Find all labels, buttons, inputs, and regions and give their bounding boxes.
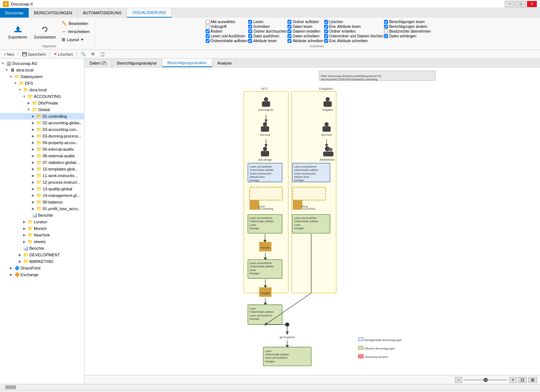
- diagram-area[interactable]: Pfad: \\docusnap.AG\dsra.local\Dateisyst…: [84, 67, 540, 375]
- zoom-fit-button[interactable]: ⊡: [518, 377, 527, 383]
- expand-91[interactable]: ▶: [31, 206, 35, 211]
- expand-01-controlling[interactable]: ▶: [31, 114, 35, 118]
- cb-loeschen[interactable]: Löschen: [324, 20, 383, 24]
- tree-item-91-profit[interactable]: ▶ 📁 91-profit_loss_acco...: [0, 205, 84, 212]
- tree-item-05-internal[interactable]: ▶ 📁 05-internal-audits: [0, 146, 84, 153]
- tree-item-accounting[interactable]: ▼ 📁 ACCOUNTING: [0, 93, 84, 100]
- expand-05[interactable]: ▶: [31, 147, 35, 151]
- cb-vollzugriff[interactable]: Vollzugriff: [206, 25, 248, 29]
- tree-item-dfs[interactable]: ▼ 📁 DFS: [0, 80, 84, 87]
- cb-schreiben[interactable]: Schreiben: [248, 25, 287, 29]
- tree-item-global[interactable]: ▼ 📁 Global: [0, 106, 84, 113]
- expand-sharepoint[interactable]: ▶: [9, 266, 13, 270]
- h-scrollbar[interactable]: [0, 384, 540, 390]
- layout-button[interactable]: ⊞ Layout ▼: [60, 36, 92, 43]
- tree-item-10-templates[interactable]: ▶ 📁 10-templates-glob...: [0, 166, 84, 172]
- tree-item-newyork[interactable]: ▶ 📁 NewYork: [0, 232, 84, 238]
- bearbeiten-button[interactable]: ✏️ Bearbeiten: [60, 20, 92, 27]
- cb-besitzrechte[interactable]: Besitzrechte übernehmen: [384, 29, 431, 33]
- minimize-button[interactable]: −: [505, 1, 515, 7]
- expand-newyork[interactable]: ▶: [22, 233, 26, 237]
- expand-06[interactable]: ▶: [31, 154, 35, 158]
- expand-13[interactable]: ▶: [31, 187, 35, 191]
- expand-dfs[interactable]: ▼: [13, 81, 18, 85]
- expand-12[interactable]: ▶: [31, 180, 35, 184]
- expand-90[interactable]: ▶: [31, 200, 35, 204]
- tree-item-90-balance[interactable]: ▶ 📁 90-balance: [0, 199, 84, 205]
- tab-berechtigungen[interactable]: BERECHTIGUNGEN: [29, 8, 78, 18]
- verschieben-button[interactable]: ↔️ Verschieben: [60, 28, 92, 35]
- restore-button[interactable]: □: [516, 1, 526, 7]
- zoom-minus-button[interactable]: −: [455, 377, 462, 383]
- expand-marketing[interactable]: ▶: [18, 259, 22, 264]
- tree-item-berichte-dfs[interactable]: ▶ 📊 Berichte: [0, 245, 84, 252]
- expand-02[interactable]: ▶: [31, 121, 35, 125]
- tree-item-exchange[interactable]: ▶ 🔶 Exchange: [0, 271, 84, 278]
- expand-07[interactable]: ▶: [31, 160, 35, 165]
- tree-item-07-statistics[interactable]: ▶ 📁 07-statistics-global...: [0, 159, 84, 166]
- cb-ordner-auflisten[interactable]: Ordner auflisten: [287, 20, 323, 24]
- expand-03b[interactable]: ▶: [31, 134, 35, 138]
- tree-item-01-controlling[interactable]: ▶ 📂 01-controlling: [0, 113, 84, 120]
- expand-accounting[interactable]: ▼: [22, 94, 26, 99]
- tab-docusnap[interactable]: Docusnap: [0, 8, 29, 18]
- tree-item-berichte-accounting[interactable]: ▶ 📊 Berichte: [0, 212, 84, 219]
- zoom-handle[interactable]: [483, 378, 488, 382]
- clipboard-button[interactable]: 📋: [98, 51, 106, 57]
- search-button[interactable]: 🔍: [79, 51, 87, 57]
- tree-item-dsra-local2[interactable]: ▼ 📁 dsra.local: [0, 87, 84, 93]
- tab-daten[interactable]: Daten (7): [84, 59, 112, 67]
- tab-visualisierung[interactable]: VISUALISIERUNG: [127, 8, 171, 18]
- cb-dateien-erstellen[interactable]: Dateien erstellen: [287, 29, 323, 33]
- cb-unterordner-dateien[interactable]: Unterordner und Dateien löschen: [324, 34, 383, 38]
- cb-attribute-lesen[interactable]: Attribute lesen: [248, 39, 287, 43]
- expand-munich[interactable]: ▶: [22, 226, 26, 231]
- tree-item-marketing[interactable]: ▶ 📁 MARKETING: [0, 258, 84, 265]
- close-button[interactable]: ✕: [527, 1, 537, 7]
- speichern-button[interactable]: 💾 Speichern: [21, 51, 48, 57]
- expand-11[interactable]: ▶: [31, 173, 35, 178]
- cb-datei-ausfuehren[interactable]: Datei ausführen: [248, 34, 287, 38]
- tree-item-docusnap-ag[interactable]: ▼ 🏢 Docusnap AG: [0, 60, 84, 67]
- tree-item-london[interactable]: ▶ 📁 London: [0, 219, 84, 225]
- exportieren-button[interactable]: Exportieren: [6, 22, 30, 41]
- expand-global[interactable]: ▼: [26, 107, 31, 112]
- expand-development[interactable]: ▶: [18, 253, 22, 257]
- settings-button[interactable]: ⚙: [90, 51, 96, 57]
- loeschen-button[interactable]: ✕ Löschen: [52, 51, 75, 57]
- cb-alle-auswaehlen[interactable]: Alle auswählen: [206, 20, 248, 24]
- expand-03a[interactable]: ▶: [31, 127, 35, 132]
- cb-daten-schreiben[interactable]: Daten schreiben: [287, 34, 323, 38]
- cb-lesen-ausfuehren[interactable]: Lesen und Ausführen: [206, 34, 248, 38]
- tab-berechtigungsanalyse[interactable]: Berechtigungsanalyse: [112, 59, 162, 67]
- tab-automatisierung[interactable]: AUTOMATISIERUNG: [77, 8, 127, 18]
- tree-item-14-management[interactable]: ▶ 📁 14-management-gl...: [0, 192, 84, 199]
- cb-daten-lesen[interactable]: Daten lesen: [287, 25, 323, 29]
- tree-item-dfsrprivate[interactable]: ▶ 📁 DfsrPrivate: [0, 100, 84, 106]
- tree-item-12-process[interactable]: ▶ 📁 12-process-instruct...: [0, 179, 84, 186]
- cb-lesen[interactable]: Lesen: [248, 20, 287, 24]
- expand-dfsrprivate[interactable]: ▶: [26, 101, 31, 105]
- cb-berechtigungen-aendern[interactable]: Berechtigungen ändern: [384, 25, 431, 29]
- expand-exchange[interactable]: ▶: [9, 272, 13, 277]
- zoom-reset-button[interactable]: ⊞: [528, 377, 537, 383]
- expand-docusnap-ag[interactable]: ▼: [1, 61, 5, 66]
- expand-14[interactable]: ▶: [31, 193, 35, 198]
- expand-04[interactable]: ▶: [31, 140, 35, 145]
- cb-ordner-erstellen[interactable]: Ordner erstellen: [324, 29, 383, 33]
- tree-item-04-property[interactable]: ▶ 📁 04-property-accou...: [0, 139, 84, 146]
- tree-item-munich[interactable]: ▶ 📁 Munich: [0, 225, 84, 232]
- cb-ordnerinhalte[interactable]: Ordnerinhalte auflisten: [206, 39, 248, 43]
- tree-item-dsra-local[interactable]: ▼ 🖥 dsra.local: [0, 67, 84, 73]
- tree-item-11-work[interactable]: ▶ 📁 11-work-instructio...: [0, 172, 84, 179]
- cb-erw-attribute-schreiben[interactable]: Erw. Attribute schreiben: [324, 39, 383, 43]
- tab-berechtigungsstruktur[interactable]: Berechtigungsstruktur: [162, 59, 212, 67]
- tree-item-sharepoint[interactable]: ▶ 🔷 SharePoint: [0, 265, 84, 271]
- h-scroll-thumb[interactable]: [5, 385, 16, 389]
- expand-sheets[interactable]: ▶: [22, 239, 26, 244]
- cb-erw-attribute-lesen[interactable]: Erw. Attribute lesen: [324, 25, 383, 29]
- tree-item-06-external[interactable]: ▶ 📁 06-external-audits: [0, 153, 84, 159]
- expand-dsra-local[interactable]: ▼: [4, 68, 9, 72]
- tree-item-03-accounting[interactable]: ▶ 📁 03-accounting-con...: [0, 126, 84, 133]
- tree-item-dateisystem[interactable]: ▼ 📁 Dateisystem: [0, 73, 84, 80]
